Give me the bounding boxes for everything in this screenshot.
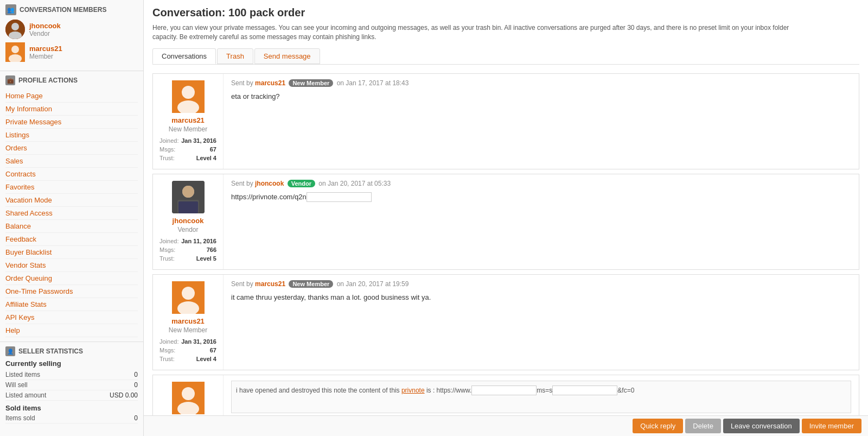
author-stats-1: Joined: Jan 31, 2016 Msgs: 67 Trust: Lev…	[159, 136, 216, 162]
svg-point-18	[182, 387, 195, 400]
stats-will-sell: Will sell 0	[5, 380, 138, 390]
message-block-1: marcus21 New Member Joined: Jan 31, 2016…	[152, 73, 859, 169]
nav-one-time-passwords[interactable]: One-Time Passwords	[5, 285, 138, 298]
member-avatar	[5, 42, 25, 62]
author-stats-2: Joined: Jan 11, 2016 Msgs: 766 Trust: Le…	[159, 237, 216, 263]
author-avatar-3	[172, 281, 205, 314]
nav-vendor-stats[interactable]: Vendor Stats	[5, 259, 138, 272]
nav-private-messages[interactable]: Private Messages	[5, 116, 138, 129]
nav-listings[interactable]: Listings	[5, 129, 138, 142]
svg-point-4	[11, 46, 19, 53]
invite-member-button[interactable]: Invite member	[802, 419, 861, 433]
author-panel-3: marcus21 New Member Joined: Jan 31, 2016…	[153, 275, 224, 370]
briefcase-icon: 💼	[5, 75, 15, 85]
sender-link-1[interactable]: marcus21	[255, 79, 285, 87]
nav-favorites[interactable]: Favorites	[5, 181, 138, 194]
author-name-3[interactable]: marcus21	[171, 317, 205, 325]
author-name-1[interactable]: marcus21	[171, 116, 205, 124]
nav-feedback[interactable]: Feedback	[5, 233, 138, 246]
group-icon: 👥	[5, 4, 16, 15]
nav-affiliate-stats[interactable]: Affiliate Stats	[5, 298, 138, 311]
main-content: Conversation: 100 pack order Here, you c…	[144, 0, 868, 436]
url-input-2[interactable]	[552, 386, 617, 395]
badge-new-member-3: New Member	[289, 280, 333, 288]
currently-selling-label: Currently selling	[5, 359, 138, 368]
message-content-2: Sent by jhoncook Vendor on Jan 20, 2017 …	[224, 174, 859, 269]
profile-actions-header: 💼 PROFILE ACTIONS	[5, 75, 138, 85]
vendor-info: jhoncook Vendor	[29, 22, 61, 37]
message-text-2: https://privnote.com/q2n	[231, 192, 851, 203]
message-meta-2: Sent by jhoncook Vendor on Jan 20, 2017 …	[231, 180, 851, 187]
stats-listed-amount: Listed amount USD 0.00	[5, 390, 138, 401]
message-meta-1: Sent by marcus21 New Member on Jan 17, 2…	[231, 79, 851, 87]
member-buyer: marcus21 Member	[5, 42, 138, 62]
message-content-1: Sent by marcus21 New Member on Jan 17, 2…	[224, 74, 859, 169]
member-info: marcus21 Member	[29, 45, 62, 60]
conversation-members-section: 👥 CONVERSATION MEMBERS jhoncook Vendor	[0, 0, 143, 71]
nav-help[interactable]: Help	[5, 324, 138, 337]
profile-actions-section: 💼 PROFILE ACTIONS Home Page My Informati…	[0, 71, 143, 342]
page-title: Conversation: 100 pack order	[152, 7, 859, 19]
nav-order-queuing[interactable]: Order Queuing	[5, 272, 138, 285]
author-role-2: Vendor	[177, 226, 198, 233]
author-avatar-2	[172, 181, 205, 213]
tab-send-message[interactable]: Send message	[254, 48, 320, 64]
nav-api-keys[interactable]: API Keys	[5, 311, 138, 324]
author-panel-1: marcus21 New Member Joined: Jan 31, 2016…	[153, 74, 224, 169]
stats-items-sold: Items sold 0	[5, 413, 138, 424]
message-block-2: jhoncook Vendor Joined: Jan 11, 2016 Msg…	[152, 174, 859, 270]
sender-link-2[interactable]: jhoncook	[255, 180, 284, 187]
sidebar: 👥 CONVERSATION MEMBERS jhoncook Vendor	[0, 0, 144, 436]
nav-buyer-blacklist[interactable]: Buyer Blacklist	[5, 246, 138, 259]
url-input-1[interactable]	[471, 386, 537, 395]
vendor-avatar	[5, 20, 25, 39]
seller-stats-header: 👤 SELLER STATISTICS	[5, 346, 138, 356]
svg-point-15	[182, 287, 195, 300]
quick-reply-button[interactable]: Quick reply	[633, 419, 683, 433]
stats-listed-items: Listed items 0	[5, 370, 138, 380]
destroyed-note-text: i have opened and destroyed this note th…	[231, 381, 851, 413]
tab-conversations[interactable]: Conversations	[152, 48, 216, 64]
tabs-bar: Conversations Trash Send message	[152, 48, 859, 65]
message-content-3: Sent by marcus21 New Member on Jan 20, 2…	[224, 275, 859, 370]
privnote-input-1[interactable]	[307, 192, 372, 202]
svg-rect-13	[178, 201, 198, 213]
sender-link-3[interactable]: marcus21	[255, 280, 285, 288]
member-vendor: jhoncook Vendor	[5, 20, 138, 39]
svg-point-7	[182, 86, 195, 99]
leave-conversation-button[interactable]: Leave conversation	[723, 419, 800, 433]
nav-my-information[interactable]: My Information	[5, 103, 138, 116]
nav-home-page[interactable]: Home Page	[5, 90, 138, 103]
nav-balance[interactable]: Balance	[5, 220, 138, 233]
nav-vacation-mode[interactable]: Vacation Mode	[5, 194, 138, 207]
message-text-3: it came thruu yesterday, thanks man a lo…	[231, 292, 851, 303]
nav-sales[interactable]: Sales	[5, 155, 138, 168]
author-role-1: New Member	[169, 125, 207, 133]
privnote-link[interactable]: privnote	[401, 387, 425, 394]
author-avatar-4	[172, 382, 205, 414]
message-text-1: eta or tracking?	[231, 91, 851, 102]
message-meta-3: Sent by marcus21 New Member on Jan 20, 2…	[231, 280, 851, 288]
bottom-action-bar: Quick reply Delete Leave conversation In…	[144, 415, 868, 436]
messages-container: marcus21 New Member Joined: Jan 31, 2016…	[152, 73, 859, 429]
message-block-3: marcus21 New Member Joined: Jan 31, 2016…	[152, 274, 859, 370]
author-role-3: New Member	[169, 326, 207, 334]
author-panel-2: jhoncook Vendor Joined: Jan 11, 2016 Msg…	[153, 174, 224, 269]
nav-orders[interactable]: Orders	[5, 142, 138, 155]
badge-new-member-1: New Member	[289, 79, 333, 87]
nav-contracts[interactable]: Contracts	[5, 168, 138, 181]
sold-items-label: Sold items	[5, 404, 138, 412]
author-avatar-1	[172, 80, 205, 113]
stats-icon: 👤	[5, 346, 15, 356]
page-description: Here, you can view your private messages…	[152, 23, 803, 42]
tab-trash[interactable]: Trash	[217, 48, 253, 64]
badge-vendor-1: Vendor	[288, 180, 315, 187]
svg-point-1	[11, 23, 19, 30]
delete-button[interactable]: Delete	[685, 419, 721, 433]
conv-members-header: 👥 CONVERSATION MEMBERS	[5, 4, 138, 15]
nav-shared-access[interactable]: Shared Access	[5, 207, 138, 220]
author-stats-3: Joined: Jan 31, 2016 Msgs: 67 Trust: Lev…	[159, 337, 216, 363]
author-name-2[interactable]: jhoncook	[173, 217, 204, 225]
seller-stats-section: 👤 SELLER STATISTICS Currently selling Li…	[0, 342, 143, 428]
svg-point-12	[182, 186, 194, 198]
